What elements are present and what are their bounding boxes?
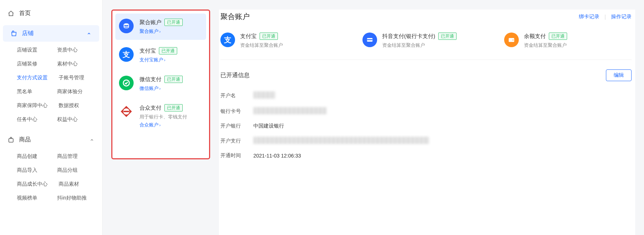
alipay-icon: 支 <box>220 33 235 47</box>
chevron-up-icon <box>87 31 92 36</box>
sidebar: 首页 店铺 店铺设置 资质中心 店铺装修 素材中心 支付方式设置 子账号管理 黑… <box>0 0 103 235</box>
edit-button[interactable]: 编辑 <box>606 69 632 81</box>
info-label-bank: 开户银行 <box>220 123 253 129</box>
method-item-wechat[interactable]: 微信支付 已开通 微信账户› <box>115 71 206 97</box>
method-title: 聚合账户 <box>139 19 161 26</box>
nav-child[interactable]: 抖in好物助推 <box>57 195 87 201</box>
nav-home-label: 首页 <box>19 10 31 17</box>
payment-method-list: 聚合账户 已开通 聚合账户› 支 支付宝 已开通 支付宝账户› <box>111 10 210 159</box>
channel-title: 余额支付 <box>524 33 546 40</box>
nav-child[interactable]: 商品导入 <box>17 167 46 174</box>
alipay-icon: 支 <box>119 47 134 62</box>
nav-child[interactable]: 商家保障中心 <box>17 102 48 109</box>
detail-actions: 绑卡记录 | 操作记录 <box>579 14 632 20</box>
nav-child[interactable]: 店铺设置 <box>17 47 46 53</box>
method-link[interactable]: 聚合账户› <box>139 28 161 35</box>
aggregate-icon <box>119 19 134 33</box>
status-badge: 已开通 <box>164 76 183 83</box>
nav-child[interactable]: 权益中心 <box>57 116 86 123</box>
hezhong-icon <box>119 104 134 119</box>
channel-desc: 资金结算至聚合账户 <box>382 42 457 49</box>
method-subtitle: 用于银行卡、零钱支付 <box>139 114 202 120</box>
channel-desc: 资金结算至聚合账户 <box>240 42 283 49</box>
method-title: 微信支付 <box>139 76 161 83</box>
method-link[interactable]: 微信账户› <box>139 85 161 92</box>
nav-child[interactable]: 视频榜单 <box>17 195 46 201</box>
info-value-open-time: 2021-11-03 12:06:33 <box>253 153 301 159</box>
info-value-branch <box>253 137 429 145</box>
info-section-title: 已开通信息 <box>220 72 250 79</box>
svg-rect-0 <box>9 139 13 142</box>
info-section: 已开通信息 编辑 开户名 银行卡号 开户银行 中国建设银行 开户支行 开通时间 <box>220 69 632 159</box>
wechat-icon <box>119 76 134 90</box>
method-link[interactable]: 合众账户› <box>139 122 161 128</box>
nav-child[interactable]: 素材中心 <box>57 61 86 67</box>
nav-child[interactable]: 商品成长中心 <box>17 181 48 187</box>
detail-header: 聚合账户 绑卡记录 | 操作记录 <box>220 12 632 22</box>
status-badge: 已开通 <box>164 19 183 26</box>
home-icon <box>7 10 15 17</box>
nav-child[interactable]: 商品素材 <box>59 181 88 187</box>
nav-child[interactable]: 店铺装修 <box>17 61 46 67</box>
nav-goods-label: 商品 <box>19 136 31 144</box>
svg-point-9 <box>513 39 514 41</box>
nav-store-children: 店铺设置 资质中心 店铺装修 素材中心 支付方式设置 子账号管理 黑名单 商家体… <box>0 43 102 126</box>
wallet-icon <box>504 33 519 47</box>
card-icon <box>362 33 377 47</box>
status-badge: 已开通 <box>549 33 567 40</box>
nav-child[interactable]: 资质中心 <box>57 47 86 53</box>
method-link[interactable]: 支付宝账户› <box>139 57 165 63</box>
nav-child-payment-settings[interactable]: 支付方式设置 <box>17 75 48 81</box>
channel-title: 抖音支付(银行卡支付) <box>382 33 435 40</box>
info-value-account-name <box>253 91 275 100</box>
info-label-account-name: 开户名 <box>220 92 253 99</box>
nav-goods[interactable]: 商品 <box>0 132 102 148</box>
channel-title: 支付宝 <box>240 33 257 40</box>
nav-store[interactable]: 店铺 <box>3 25 99 42</box>
method-title: 合众支付 <box>139 105 161 111</box>
info-label-branch: 开户支行 <box>220 138 253 144</box>
nav-child[interactable]: 数据授权 <box>59 102 88 109</box>
channel-balance: 余额支付 已开通 资金结算至聚合账户 <box>504 33 632 49</box>
detail-title: 聚合账户 <box>220 12 250 22</box>
nav-child[interactable]: 商品管理 <box>57 153 86 160</box>
nav-child[interactable]: 商品分组 <box>57 167 86 174</box>
channel-desc: 资金结算至聚合账户 <box>524 42 567 49</box>
nav-child[interactable]: 商家体验分 <box>57 88 86 95</box>
channel-alipay: 支 支付宝 已开通 资金结算至聚合账户 <box>220 33 348 49</box>
detail-panel: 聚合账户 绑卡记录 | 操作记录 支 支付宝 已开通 资金结算至聚合账户 <box>219 10 635 235</box>
info-label-card-number: 银行卡号 <box>220 108 253 115</box>
store-icon <box>10 30 18 37</box>
method-item-aggregate[interactable]: 聚合账户 已开通 聚合账户› <box>115 14 206 40</box>
status-badge: 已开通 <box>159 47 177 54</box>
nav-child[interactable]: 黑名单 <box>17 88 46 95</box>
status-badge: 已开通 <box>164 104 183 111</box>
nav-store-label: 店铺 <box>22 30 34 37</box>
main-content: 聚合账户 已开通 聚合账户› 支 支付宝 已开通 支付宝账户› <box>103 0 644 235</box>
nav-child[interactable]: 子账号管理 <box>59 75 88 81</box>
method-item-hezhong[interactable]: 合众支付 已开通 用于银行卡、零钱支付 合众账户› <box>115 99 206 133</box>
info-value-bank: 中国建设银行 <box>253 123 284 129</box>
svg-rect-5 <box>123 111 129 112</box>
nav-child[interactable]: 商品创建 <box>17 153 46 160</box>
nav-home[interactable]: 首页 <box>0 5 102 22</box>
info-value-card-number <box>253 107 327 115</box>
info-label-open-time: 开通时间 <box>220 152 253 159</box>
nav-child[interactable]: 任务中心 <box>17 116 46 123</box>
method-title: 支付宝 <box>139 48 156 54</box>
goods-icon <box>7 136 15 144</box>
svg-point-1 <box>124 23 129 25</box>
operation-records-link[interactable]: 操作记录 <box>611 14 632 20</box>
svg-rect-7 <box>367 39 372 40</box>
method-item-alipay[interactable]: 支 支付宝 已开通 支付宝账户› <box>115 42 206 68</box>
status-badge: 已开通 <box>260 33 278 40</box>
nav-goods-children: 商品创建 商品管理 商品导入 商品分组 商品成长中心 商品素材 视频榜单 抖in… <box>0 149 102 205</box>
channel-douyin: 抖音支付(银行卡支付) 已开通 资金结算至聚合账户 <box>362 33 490 49</box>
chevron-up-icon <box>90 137 95 143</box>
bind-records-link[interactable]: 绑卡记录 <box>579 14 599 20</box>
status-badge: 已开通 <box>438 33 457 40</box>
channel-row: 支 支付宝 已开通 资金结算至聚合账户 抖音支付(银行卡支付) 已开通 <box>220 33 632 60</box>
